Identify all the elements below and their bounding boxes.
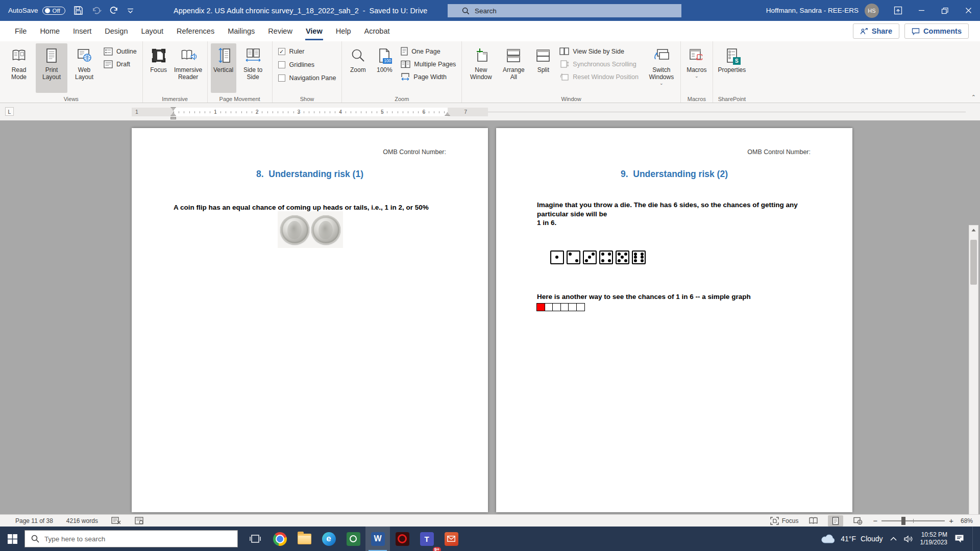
clock-widget[interactable]: 10:52 PM 1/19/2023 [920,531,947,546]
word-taskbar-icon[interactable]: W [365,527,390,551]
focus-button[interactable]: Focus [146,43,172,93]
page-width-button[interactable]: Page Width [398,70,459,83]
ribbon-display-options-button[interactable] [886,0,910,21]
zoom-in-icon[interactable]: + [949,516,953,525]
outlook-taskbar-icon[interactable] [439,527,463,551]
display-settings-icon[interactable] [135,517,144,525]
print-layout-view-button[interactable] [828,515,843,527]
action-center-icon[interactable] [954,534,964,543]
minimize-button[interactable] [910,0,933,21]
redo-icon[interactable] [110,6,119,15]
taskbar-search-input[interactable] [44,535,213,543]
web-layout-view-button[interactable] [850,515,866,527]
tab-help[interactable]: Help [329,21,358,41]
vertical-scrollbar[interactable] [969,225,978,551]
tab-references[interactable]: References [170,21,221,41]
acrobat-taskbar-icon[interactable] [390,527,414,551]
user-name[interactable]: Hoffmann, Sandra - REE-ERS [766,7,859,14]
autosave-toggle[interactable]: AutoSave Off [8,7,65,15]
synchronous-scrolling-button: Synchronous Scrolling [556,58,642,70]
web-layout-button[interactable]: Web Layout [68,43,100,93]
tab-mailings[interactable]: Mailings [221,21,261,41]
file-explorer-taskbar-icon[interactable] [292,527,316,551]
share-button[interactable]: Share [853,23,899,39]
volume-icon[interactable] [904,535,913,543]
horizontal-ruler[interactable]: 1 1234567 [132,108,488,116]
show-desktop-button[interactable] [972,527,975,551]
weather-widget[interactable]: 41°F Cloudy [821,534,883,544]
read-mode-view-button[interactable] [805,515,821,527]
start-button[interactable] [0,527,24,551]
navigation-pane-checkbox[interactable]: Navigation Pane [275,71,339,85]
ruler-margin-number: 1 [135,109,138,115]
side-to-side-button[interactable]: Side to Side [237,43,269,93]
tab-view[interactable]: View [299,21,329,41]
comments-button[interactable]: Comments [904,23,969,39]
acrobat-icon [396,532,409,546]
draft-button[interactable]: Draft [101,58,140,70]
scrollbar-thumb[interactable] [970,240,977,285]
zoom-slider-track[interactable] [881,520,945,521]
synchronous-scrolling-label: Synchronous Scrolling [573,61,636,68]
zoom-slider-thumb[interactable] [901,517,905,525]
tab-file[interactable]: File [8,21,33,41]
autosave-pill[interactable]: Off [42,7,65,15]
save-icon[interactable] [74,6,83,15]
split-button[interactable]: Split [530,43,556,93]
multiple-pages-button[interactable]: Multiple Pages [398,58,459,70]
undo-icon [91,6,102,15]
taskbar-search-box[interactable] [24,530,238,547]
close-button[interactable] [957,0,980,21]
word-count-status[interactable]: 4216 words [66,517,98,524]
tab-acrobat[interactable]: Acrobat [358,21,397,41]
zoom-100-button[interactable]: 100 100% [372,43,397,93]
tab-design[interactable]: Design [98,21,134,41]
teams-taskbar-icon[interactable]: T 9+ [414,527,439,551]
document-canvas[interactable]: OMB Control Number: 8. Understanding ris… [0,120,980,514]
titlebar-search-box[interactable] [448,4,681,17]
read-mode-button[interactable]: Read Mode [3,43,35,93]
document-page-2[interactable]: OMB Control Number: 9. Understanding ris… [496,128,852,512]
switch-windows-button[interactable]: Switch Windows ⌄ [646,43,677,93]
task-view-button[interactable] [243,527,267,551]
gridlines-checkbox[interactable]: Gridlines [275,58,339,71]
macros-button[interactable]: Macros ⌄ [684,43,709,93]
edge-taskbar-icon[interactable]: e [316,527,341,551]
arrange-all-button[interactable]: Arrange All [498,43,529,93]
collapse-ribbon-icon[interactable]: ⌃ [971,94,976,101]
properties-button[interactable]: S Properties [716,43,748,93]
avatar[interactable]: HS [865,4,879,18]
page-number-status[interactable]: Page 11 of 38 [15,517,53,524]
die-pip [624,259,627,262]
print-layout-button[interactable]: Print Layout [36,43,67,93]
outline-button[interactable]: Outline [101,45,140,58]
one-page-button[interactable]: One Page [398,45,459,58]
immersive-reader-icon [180,46,197,65]
proofing-errors-icon[interactable] [111,517,121,525]
new-window-button[interactable]: New Window [465,43,497,93]
restore-button[interactable] [933,0,957,21]
green-app-taskbar-icon[interactable] [341,527,365,551]
tab-home[interactable]: Home [33,21,66,41]
view-side-by-side-button[interactable]: View Side by Side [556,45,642,58]
tab-layout[interactable]: Layout [134,21,170,41]
tab-review[interactable]: Review [261,21,299,41]
ruler-checkbox[interactable]: ✓ Ruler [275,45,339,58]
document-page-1[interactable]: OMB Control Number: 8. Understanding ris… [132,128,488,512]
immersive-reader-button[interactable]: Immersive Reader [173,43,204,93]
vertical-button[interactable]: Vertical [211,43,236,93]
zoom-slider[interactable]: − + [873,516,953,525]
die-pip [618,259,621,262]
hidden-icons-chevron[interactable] [890,537,897,541]
tab-insert[interactable]: Insert [66,21,98,41]
search-input[interactable] [475,7,648,15]
focus-mode-button[interactable]: Focus [770,517,799,525]
left-indent-marker[interactable] [170,117,176,119]
tab-stop-selector[interactable]: L [5,107,14,116]
scroll-up-arrow[interactable] [969,226,978,234]
zoom-percentage[interactable]: 68% [961,517,973,524]
customize-quick-access-icon[interactable] [127,8,134,14]
chrome-taskbar-icon[interactable] [267,527,292,551]
zoom-button[interactable]: Zoom [345,43,371,93]
zoom-out-icon[interactable]: − [873,516,877,525]
